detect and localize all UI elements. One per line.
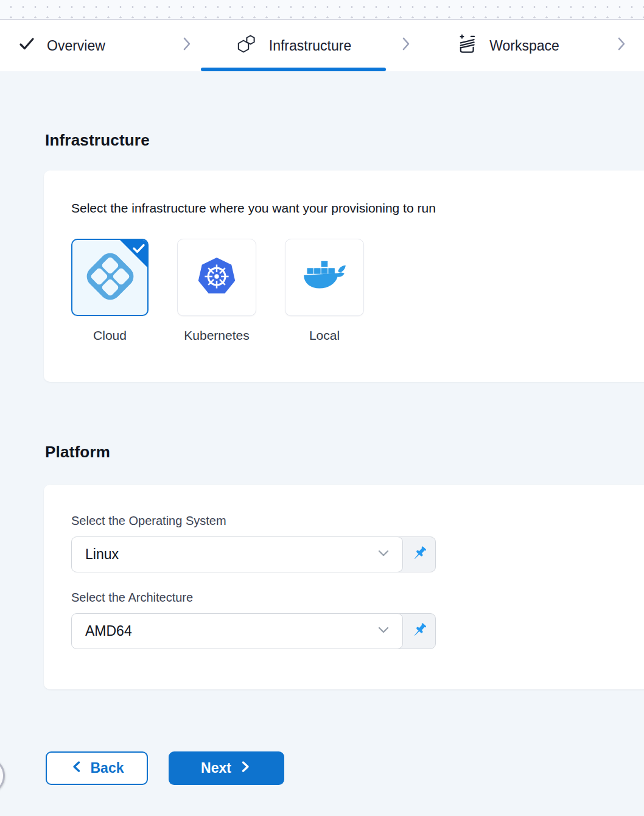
wizard-content: Infrastructure Select the infrastructure…	[0, 71, 644, 785]
chevron-down-icon	[376, 622, 391, 641]
infrastructure-option-local: Local	[285, 239, 364, 343]
chevron-down-icon	[376, 545, 391, 565]
infrastructure-section-title: Infrastructure	[45, 131, 644, 150]
wizard-stepper: Overview Infrastructure	[0, 20, 644, 71]
hexagons-icon	[236, 33, 257, 58]
step-overview[interactable]: Overview	[0, 20, 172, 71]
active-tab-indicator	[201, 68, 386, 71]
os-select-group: Linux	[71, 536, 436, 572]
back-button-label: Back	[91, 760, 124, 776]
dotted-top-strip	[0, 0, 644, 20]
os-select[interactable]: Linux	[71, 536, 403, 572]
next-button-label: Next	[201, 760, 231, 776]
step-separator	[386, 20, 426, 71]
back-button[interactable]: Back	[46, 751, 148, 785]
step-separator	[172, 20, 201, 71]
local-tile[interactable]	[285, 239, 364, 316]
arch-select[interactable]: AMD64	[71, 613, 403, 649]
infrastructure-option-kubernetes: Kubernetes	[177, 239, 256, 343]
arch-select-value: AMD64	[85, 623, 376, 639]
arch-field: Select the Architecture AMD64	[71, 591, 637, 649]
step-workspace-label: Workspace	[489, 38, 559, 54]
step-workspace[interactable]: Workspace	[426, 20, 590, 71]
infrastructure-option-cloud: Cloud	[71, 239, 149, 343]
infrastructure-options: Cloud	[71, 239, 637, 343]
platform-card: Select the Operating System Linux	[44, 485, 644, 689]
chevron-right-icon	[179, 36, 195, 55]
chevron-right-icon	[239, 759, 252, 778]
arch-select-group: AMD64	[71, 613, 436, 649]
kubernetes-icon	[196, 256, 237, 299]
kubernetes-tile[interactable]	[177, 239, 256, 316]
arch-field-label: Select the Architecture	[71, 591, 637, 605]
infrastructure-prompt: Select the infrastructure where you want…	[71, 201, 637, 216]
infrastructure-card: Select the infrastructure where you want…	[44, 171, 644, 382]
os-select-value: Linux	[85, 546, 376, 563]
platform-section-title: Platform	[45, 443, 644, 462]
stack-icon	[457, 33, 478, 58]
step-infrastructure[interactable]: Infrastructure	[201, 20, 386, 71]
check-icon	[18, 36, 35, 55]
kubernetes-tile-label: Kubernetes	[184, 328, 249, 343]
step-infrastructure-label: Infrastructure	[269, 38, 352, 54]
os-field-label: Select the Operating System	[71, 514, 637, 528]
docker-icon	[301, 255, 348, 300]
pin-icon	[411, 622, 428, 641]
cloud-tile[interactable]	[71, 239, 149, 316]
step-overview-label: Overview	[47, 38, 105, 54]
chevron-left-icon	[70, 759, 83, 778]
local-tile-label: Local	[309, 328, 340, 343]
cloud-tile-label: Cloud	[93, 328, 127, 343]
wizard-actions: Back Next	[46, 751, 644, 785]
next-button[interactable]: Next	[169, 751, 284, 785]
cloud-provider-icon	[84, 250, 136, 305]
pin-icon	[411, 545, 428, 565]
chevron-right-icon	[614, 36, 629, 55]
step-separator	[590, 20, 644, 71]
chevron-right-icon	[398, 36, 414, 55]
os-field: Select the Operating System Linux	[71, 514, 637, 572]
